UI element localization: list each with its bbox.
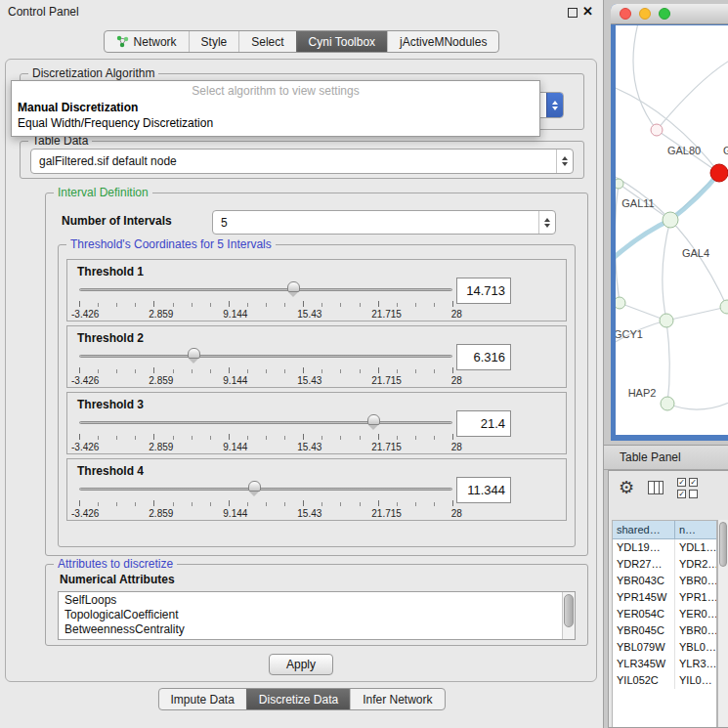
column-header-name[interactable]: n…: [675, 521, 716, 539]
scrollbar-thumb[interactable]: [719, 522, 727, 567]
threshold-1-slider[interactable]: -3.4262.8599.14415.4321.71528: [79, 281, 452, 321]
attributes-group: Attributes to discretize Numerical Attri…: [45, 564, 588, 646]
float-window-icon[interactable]: [568, 8, 578, 18]
tab-label: Infer Network: [363, 693, 432, 707]
tab-impute-data[interactable]: Impute Data: [158, 689, 245, 709]
list-item[interactable]: SelfLoops: [59, 592, 575, 607]
network-window-titlebar[interactable]: [611, 4, 728, 24]
tab-network[interactable]: Network: [105, 31, 189, 52]
threshold-3-label: Threshold 3: [77, 398, 144, 411]
tab-select[interactable]: Select: [238, 31, 295, 52]
list-item[interactable]: TopologicalCoefficient: [59, 607, 575, 621]
screen: Control Panel ✕ Network Style Select Cyn…: [0, 0, 728, 728]
bottom-tab-bar: Impute Data Discretize Data Infer Networ…: [157, 688, 445, 710]
algorithm-dropdown-popup: Select algorithm to view settings Manual…: [11, 80, 540, 137]
column-header-shared-name[interactable]: shared…: [613, 521, 675, 539]
network-node[interactable]: [663, 212, 678, 228]
table-row[interactable]: YLR345WYLR3…: [613, 656, 716, 672]
threshold-3-panel: Threshold 3 21.4 -3.4262.8599.14415.4321…: [66, 392, 567, 454]
threshold-2-value-field[interactable]: 6.316: [456, 344, 511, 370]
table-row[interactable]: YIL052CYIL0…: [613, 672, 716, 689]
node-label-gal80: GAL80: [667, 145, 701, 156]
close-icon[interactable]: ✕: [582, 4, 593, 19]
slider-ticks: [79, 500, 452, 507]
slider-thumb[interactable]: [188, 348, 200, 359]
combo-stepper-icon[interactable]: [546, 93, 563, 117]
network-node[interactable]: [616, 297, 625, 309]
tab-infer-network[interactable]: Infer Network: [350, 689, 444, 709]
threshold-4-slider[interactable]: -3.4262.8599.14415.4321.71528: [79, 481, 452, 520]
network-node[interactable]: [660, 314, 673, 327]
threshold-4-value-field[interactable]: 11.344: [456, 477, 511, 503]
checkbox-icon: ✓: [677, 478, 686, 487]
top-tab-bar: Network Style Select Cyni Toolbox jActiv…: [104, 30, 500, 53]
table-row[interactable]: YDR27…YDR2…: [613, 556, 716, 573]
numerical-attributes-list[interactable]: SelfLoops TopologicalCoefficient Between…: [58, 591, 576, 640]
close-traffic-light-icon[interactable]: [620, 8, 631, 20]
slider-ticks: [79, 367, 452, 374]
tab-label: Cyni Toolbox: [309, 35, 375, 49]
threshold-2-slider[interactable]: -3.4262.8599.14415.4321.71528: [79, 348, 452, 387]
tab-jactivemodules[interactable]: jActiveMNodules: [387, 31, 498, 52]
tab-cyni-toolbox[interactable]: Cyni Toolbox: [296, 31, 387, 52]
network-icon: [116, 35, 129, 48]
table-row[interactable]: YDL19…YDL1…: [613, 539, 716, 556]
tab-label: Impute Data: [170, 693, 234, 707]
minimize-traffic-light-icon[interactable]: [639, 8, 651, 20]
slider-thumb[interactable]: [248, 481, 261, 492]
table-row[interactable]: YPR145WYPR1…: [613, 589, 716, 606]
columns-icon[interactable]: [648, 481, 664, 494]
select-columns-icon[interactable]: ✓ ✓ ✓: [677, 478, 698, 498]
gear-icon[interactable]: ⚙: [619, 477, 634, 498]
table-row[interactable]: YER054CYER0…: [613, 606, 716, 622]
scrollbar-thumb[interactable]: [564, 594, 574, 627]
node-label-partial: GA: [723, 145, 728, 156]
table-panel-toolbar: ⚙ ✓ ✓ ✓: [609, 471, 728, 520]
combo-value: galFiltered.sif default node: [31, 154, 556, 168]
slider-tick-labels: -3.4262.8599.14415.4321.71528: [71, 375, 462, 386]
table-scrollbar[interactable]: [717, 520, 728, 727]
table-row[interactable]: YBR045CYBR0…: [613, 622, 716, 639]
slider-thumb[interactable]: [367, 414, 380, 425]
slider-ticks: [79, 301, 452, 308]
tab-style[interactable]: Style: [189, 31, 239, 52]
zoom-traffic-light-icon[interactable]: [659, 8, 670, 20]
threshold-3-value-field[interactable]: 21.4: [456, 410, 511, 437]
network-canvas[interactable]: GAL80 GA GAL11 GAL4 GCY1 HAP2: [616, 25, 728, 435]
list-scrollbar[interactable]: [562, 592, 575, 639]
table-data-combobox[interactable]: galFiltered.sif default node: [30, 149, 574, 174]
table-header-row: shared… n…: [613, 521, 716, 539]
tab-label: Style: [201, 35, 228, 49]
threshold-3-slider[interactable]: -3.4262.8599.14415.4321.71528: [79, 414, 452, 453]
slider-thumb[interactable]: [287, 281, 300, 292]
node-table: shared… n… YDL19…YDL1… YDR27…YDR2… YBR04…: [612, 520, 717, 727]
cyni-toolbox-panel: Discretization Algorithm Select algorith…: [5, 59, 597, 682]
tab-label: Network: [134, 35, 177, 49]
network-node[interactable]: [661, 397, 674, 410]
table-panel-title: Table Panel: [604, 445, 728, 470]
list-item[interactable]: BetweennessCentrality: [59, 621, 575, 636]
apply-button[interactable]: Apply: [269, 654, 333, 675]
network-node[interactable]: [720, 300, 728, 314]
slider-tick-labels: -3.4262.8599.14415.4321.71528: [71, 442, 462, 452]
popup-item-equal-width-frequency[interactable]: Equal Width/Frequency Discretization: [12, 115, 539, 131]
numerical-attributes-label: Numerical Attributes: [60, 573, 175, 586]
slider-track[interactable]: [79, 488, 452, 491]
popup-item-manual-discretization[interactable]: Manual Discretization: [12, 100, 539, 115]
control-panel-window: Control Panel ✕ Network Style Select Cyn…: [0, 0, 604, 728]
slider-track[interactable]: [79, 421, 452, 424]
tab-discretize-data[interactable]: Discretize Data: [246, 689, 350, 709]
slider-track[interactable]: [79, 288, 452, 291]
slider-track[interactable]: [79, 355, 452, 358]
threshold-1-value-field[interactable]: 14.713: [456, 278, 511, 304]
selected-network-node[interactable]: [710, 164, 728, 182]
network-node[interactable]: [651, 124, 663, 136]
table-row[interactable]: YBL079WYBL0…: [613, 639, 716, 656]
table-row[interactable]: YBR043CYBR0…: [613, 573, 716, 589]
number-of-intervals-combobox[interactable]: 5: [212, 210, 556, 235]
combo-stepper-icon[interactable]: [538, 211, 555, 234]
number-of-intervals-label: Number of Intervals: [62, 214, 172, 228]
group-title: Threshold's Coordinates for 5 Intervals: [66, 237, 276, 251]
network-node[interactable]: [616, 179, 623, 189]
combo-stepper-icon[interactable]: [556, 150, 573, 173]
